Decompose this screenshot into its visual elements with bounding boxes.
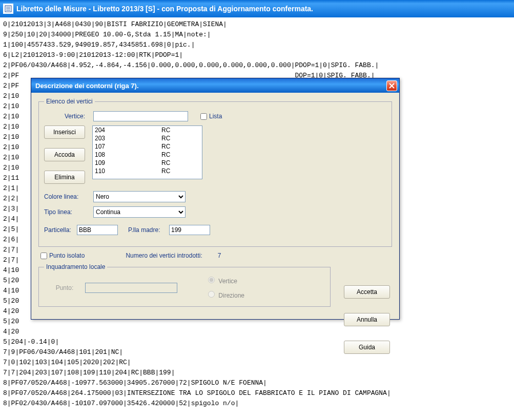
inquadramento-legend: Inquadramento locale bbox=[44, 263, 107, 270]
lista-label: Lista bbox=[209, 113, 222, 120]
vertice-label: Vertice: bbox=[65, 113, 93, 120]
close-button[interactable] bbox=[386, 80, 397, 91]
text-line: 8|PF07/0520/A468|-10977.563000|34905.267… bbox=[3, 378, 514, 388]
particella-input[interactable] bbox=[77, 225, 118, 235]
inquadramento-group: Inquadramento locale Punto: Vertice bbox=[38, 263, 331, 307]
text-line: 1|100|4557433.529,949019.857,4345851.698… bbox=[3, 40, 514, 50]
list-item[interactable]: 107RC bbox=[93, 142, 202, 151]
colore-label: Colore linea: bbox=[44, 193, 93, 200]
num-vertici-value: 7 bbox=[218, 252, 221, 259]
colore-combo[interactable]: Nero bbox=[93, 191, 186, 202]
text-line: 9|250|10|20|34000|PREGEO 10.00-G,Stda 1.… bbox=[3, 30, 514, 40]
accetta-button[interactable]: Accetta bbox=[344, 285, 390, 299]
punto-isolato-checkbox[interactable] bbox=[40, 253, 47, 259]
text-line: 7|9|PF06/0430/A468|101|201|NC| bbox=[3, 347, 514, 358]
text-line: 5|204|-0.14|0| bbox=[3, 337, 514, 347]
radio-direzione-wrap: Direzione bbox=[208, 291, 244, 299]
dialog-titlebar: Descrizione dei contorni (riga 7). bbox=[31, 78, 399, 93]
list-item[interactable]: 203RC bbox=[93, 134, 202, 142]
elenco-vertici-legend: Elenco dei vertici bbox=[44, 98, 95, 105]
plla-madre-label: P.lla madre: bbox=[128, 226, 169, 234]
main-title: Libretto delle Misure - Libretto 2013/3 … bbox=[16, 5, 313, 13]
elimina-button[interactable]: Elimina bbox=[44, 171, 85, 184]
radio-vertice bbox=[208, 277, 215, 283]
accoda-button[interactable]: Accoda bbox=[44, 148, 85, 161]
guida-button[interactable]: Guida bbox=[344, 341, 390, 354]
punto-input bbox=[85, 283, 177, 293]
list-item[interactable]: 204RC bbox=[93, 126, 202, 134]
elenco-vertici-group: Elenco dei vertici Vertice: Lista Inseri… bbox=[38, 98, 392, 247]
tipo-label: Tipo linea: bbox=[44, 208, 93, 216]
list-item[interactable]: 109RC bbox=[93, 159, 202, 167]
radio-vertice-wrap: Vertice bbox=[208, 277, 244, 285]
lista-checkbox[interactable] bbox=[200, 113, 207, 120]
tipo-combo[interactable]: Continua bbox=[93, 206, 186, 218]
app-icon bbox=[3, 4, 13, 14]
list-item[interactable]: 108RC bbox=[93, 151, 202, 159]
num-vertici-label: Numero dei vertici introdotti: bbox=[126, 252, 202, 259]
inserisci-button[interactable]: Inserisci bbox=[44, 125, 85, 139]
text-line: 0|21012013|3|A468|0430|90|BISTI FABRIZIO… bbox=[3, 19, 514, 30]
text-line: 4|20 bbox=[3, 327, 514, 337]
list-item[interactable]: 110RC bbox=[93, 167, 202, 175]
text-line: 8|PF07/0520/A468|264.175000|03|INTERSEZI… bbox=[3, 388, 514, 398]
main-titlebar: Libretto delle Misure - Libretto 2013/3 … bbox=[0, 0, 514, 17]
main-window: Libretto delle Misure - Libretto 2013/3 … bbox=[0, 0, 514, 420]
radio-direzione bbox=[208, 291, 215, 298]
contorni-dialog: Descrizione dei contorni (riga 7). Elenc… bbox=[31, 78, 400, 320]
punto-isolato-label: Punto isolato bbox=[49, 252, 85, 259]
text-line: 6|L2|21012013-9:00|21012013-12:00|RTK|PD… bbox=[3, 50, 514, 60]
punto-label: Punto: bbox=[44, 284, 85, 291]
vertice-input[interactable] bbox=[93, 111, 188, 121]
particella-label: Particella: bbox=[44, 226, 77, 234]
annulla-button[interactable]: Annulla bbox=[344, 313, 390, 326]
text-line: 2|PF06/0430/A468|4.952,-4.864,-4.156|0.0… bbox=[3, 60, 514, 71]
dialog-title: Descrizione dei contorni (riga 7). bbox=[35, 82, 139, 90]
text-line: 8|PF02/0430/A468|-10107.097000|35426.420… bbox=[3, 398, 514, 409]
text-line: 7|0|102|103|104|105|2020|202|RC| bbox=[3, 358, 514, 368]
plla-madre-input[interactable] bbox=[169, 225, 210, 235]
vertices-listbox[interactable]: 204RC203RC107RC108RC109RC110RC bbox=[92, 125, 202, 179]
text-line: 7|7|204|203|107|108|109|110|204|RC|BBB|1… bbox=[3, 368, 514, 378]
